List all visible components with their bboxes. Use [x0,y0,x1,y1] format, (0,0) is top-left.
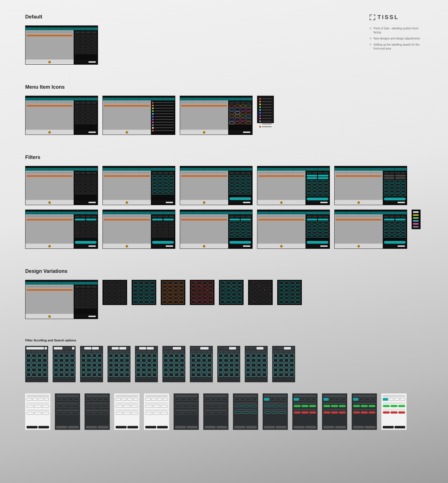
pos-screen[interactable] [334,210,407,249]
apply-button[interactable] [157,426,168,428]
handle-icon[interactable] [125,131,128,134]
stage-area[interactable] [25,100,74,135]
category-row[interactable] [234,398,257,401]
handle-icon[interactable] [280,245,283,248]
toolbar[interactable] [218,347,239,350]
cancel-button[interactable] [294,426,305,428]
pos-screen[interactable] [25,210,98,249]
legend-item[interactable] [152,127,174,129]
item-grid[interactable] [218,354,239,381]
apply-button[interactable] [395,426,405,428]
filter-pills[interactable] [384,175,406,179]
toolbar[interactable] [26,347,47,350]
done-button[interactable] [229,241,251,244]
filter-scroll-panel[interactable] [25,346,48,382]
handle-icon[interactable] [203,131,206,134]
handle-icon[interactable] [125,245,128,248]
cancel-button[interactable] [86,426,97,428]
toolbar[interactable] [273,347,294,350]
filter-dialog-panel[interactable] [55,393,80,430]
handle-icon[interactable] [48,131,51,134]
apply-button[interactable] [187,426,198,428]
keypad-grid[interactable] [384,180,406,196]
dialog-footer[interactable] [86,426,108,428]
keypad-grid[interactable] [75,175,97,200]
pos-screen-default[interactable] [25,25,98,65]
item-grid[interactable] [109,354,129,381]
stage-area[interactable] [335,171,383,205]
pos-screen[interactable] [102,166,175,205]
filter-pills[interactable] [229,219,251,221]
design-variation-tile[interactable] [277,280,302,305]
filter-scroll-panel[interactable] [217,346,240,382]
pos-screen[interactable] [25,280,98,319]
filter-scroll-panel[interactable] [80,346,103,382]
pos-screen[interactable] [180,166,253,205]
filter-dialog-panel[interactable] [381,393,407,430]
apply-button[interactable] [246,426,257,428]
category-row[interactable] [86,398,108,401]
stage-area[interactable] [25,214,74,248]
keypad-grid[interactable] [229,175,251,196]
filter-dialog-panel[interactable] [25,393,50,430]
cancel-button[interactable] [383,426,394,428]
handle-icon[interactable] [357,201,360,204]
filter-scroll-panel[interactable] [53,346,76,382]
done-button[interactable] [229,197,251,200]
filter-dialog-panel[interactable] [174,393,199,430]
handle-icon[interactable] [48,245,51,248]
apply-button[interactable] [127,426,138,428]
dialog-footer[interactable] [175,426,197,428]
stage-area[interactable] [103,100,151,135]
stage-area[interactable] [180,214,228,248]
legend-item[interactable] [152,124,174,126]
category-row[interactable] [294,398,316,401]
dialog-footer[interactable] [145,426,168,428]
pos-screen[interactable] [257,210,330,249]
apply-button[interactable] [335,426,346,428]
apply-button[interactable] [68,426,79,428]
stage-area[interactable] [25,285,74,319]
category-row[interactable] [27,398,49,401]
keypad-grid[interactable] [152,175,174,200]
keypad-grid[interactable] [152,221,174,240]
category-row[interactable] [383,398,405,401]
filter-dialog-panel[interactable] [114,393,139,430]
keypad-grid[interactable] [229,105,251,130]
legend-item[interactable] [152,102,174,104]
filter-dialog-panel[interactable] [144,393,169,430]
category-row[interactable] [116,398,138,401]
filter-dialog-panel[interactable] [233,393,258,430]
item-grid[interactable] [81,354,102,381]
cancel-button[interactable] [234,426,245,428]
cancel-button[interactable] [175,426,186,428]
dialog-footer[interactable] [323,426,346,428]
filter-pills[interactable] [307,219,328,221]
category-row[interactable] [353,398,375,401]
stage-area[interactable] [257,171,305,205]
cancel-button[interactable] [145,426,156,428]
keypad-grid[interactable] [384,221,406,240]
pos-screen[interactable] [102,96,175,135]
toolbar[interactable] [54,347,74,350]
apply-button[interactable] [216,426,227,428]
dialog-footer[interactable] [264,426,286,428]
cancel-button[interactable] [205,426,216,428]
apply-button[interactable] [305,426,316,428]
item-grid[interactable] [26,354,47,381]
stage-area[interactable] [335,214,383,248]
cancel-button[interactable] [27,426,38,428]
handle-icon[interactable] [48,201,51,204]
pos-screen[interactable] [180,210,253,249]
filter-pills[interactable] [75,219,97,221]
category-row[interactable] [145,398,168,401]
legend-item[interactable] [152,110,174,112]
dialog-footer[interactable] [116,426,138,428]
handle-icon[interactable] [203,245,206,248]
cancel-button[interactable] [353,426,364,428]
dialog-footer[interactable] [234,426,257,428]
category-row[interactable] [264,398,286,401]
filter-dialog-panel[interactable] [352,393,377,430]
legend-item[interactable] [152,107,174,109]
design-variation-tile[interactable] [102,280,127,305]
